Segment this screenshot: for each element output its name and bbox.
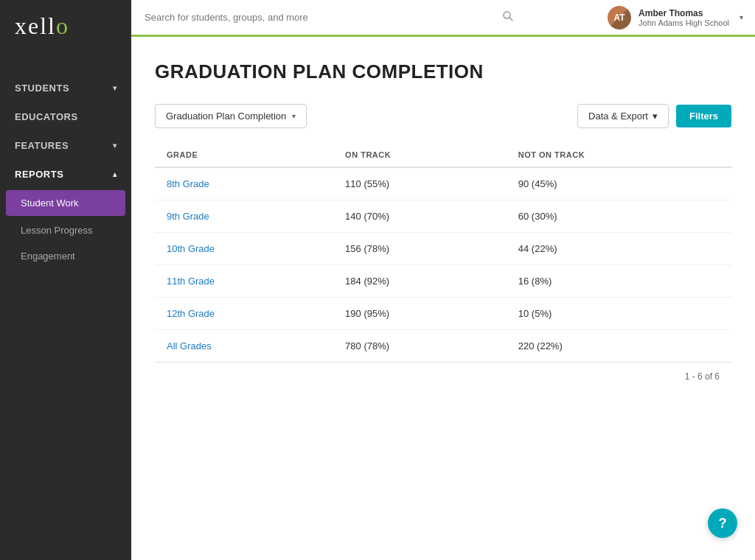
report-table: GRADE ON TRACK NOT ON TRACK 8th Grade110…	[155, 143, 731, 362]
page-title: GRADUATION PLAN COMPLETION	[155, 60, 731, 83]
sidebar-item-student-work[interactable]: Student Work	[6, 190, 125, 216]
table-cell-on-track: 110 (55%)	[333, 167, 507, 200]
table-cell-on-track: 190 (95%)	[333, 298, 507, 330]
table-cell-grade: All Grades	[155, 330, 333, 363]
column-header-grade: GRADE	[155, 143, 333, 167]
help-button[interactable]: ?	[708, 508, 737, 538]
table-body: 8th Grade110 (55%)90 (45%)9th Grade140 (…	[155, 167, 731, 362]
grade-link[interactable]: 8th Grade	[167, 178, 209, 189]
sidebar-subnav-reports: Student Work Lesson Progress Engagement	[0, 190, 131, 269]
user-info: AT Amber Thomas John Adams High School ▾	[608, 6, 743, 29]
search-input-wrapper	[145, 11, 513, 24]
table-header: GRADE ON TRACK NOT ON TRACK	[155, 143, 731, 167]
table-cell-on-track: 184 (92%)	[333, 265, 507, 298]
svg-line-1	[509, 17, 512, 20]
sidebar-navigation: STUDENTS ▾ EDUCATORS feaTuRES ▾ REPORTS …	[0, 74, 131, 269]
chevron-down-icon: ▾	[113, 84, 117, 92]
data-export-button[interactable]: Data & Export ▾	[577, 104, 669, 128]
sidebar-item-students[interactable]: STUDENTS ▾	[0, 74, 131, 102]
chevron-down-icon: ▾	[653, 111, 658, 122]
grade-link[interactable]: 9th Grade	[167, 211, 209, 222]
table-cell-grade: 12th Grade	[155, 298, 333, 330]
table-cell-grade: 10th Grade	[155, 233, 333, 265]
table-cell-not-on-track: 90 (45%)	[507, 167, 731, 200]
chevron-up-icon: ▴	[113, 170, 117, 178]
sidebar-item-lesson-progress[interactable]: Lesson Progress	[0, 217, 131, 243]
search-input[interactable]	[145, 12, 497, 23]
chevron-down-icon: ▾	[292, 112, 296, 120]
sidebar-logo: xello	[0, 0, 131, 52]
sidebar-item-educators[interactable]: EDUCATORS	[0, 102, 131, 131]
logo-dot: o	[56, 13, 69, 39]
table-row: 9th Grade140 (70%)60 (30%)	[155, 200, 731, 233]
sidebar: xello STUDENTS ▾ EDUCATORS feaTuRES ▾ RE…	[0, 0, 131, 560]
column-header-not-on-track: NOT ON TRACK	[507, 143, 731, 167]
table-cell-grade: 11th Grade	[155, 265, 333, 298]
grade-link[interactable]: 12th Grade	[167, 308, 215, 319]
table-row: 11th Grade184 (92%)16 (8%)	[155, 265, 731, 298]
table-row: All Grades780 (78%)220 (22%)	[155, 330, 731, 363]
table-row: 10th Grade156 (78%)44 (22%)	[155, 233, 731, 265]
table-row: 12th Grade190 (95%)10 (5%)	[155, 298, 731, 330]
main-content: GRADUATION PLAN COMPLETION Graduation Pl…	[131, 37, 755, 560]
table-cell-grade: 9th Grade	[155, 200, 333, 233]
logo[interactable]: xello	[15, 13, 69, 40]
search-icon	[503, 11, 513, 24]
table-cell-grade: 8th Grade	[155, 167, 333, 200]
table-cell-on-track: 140 (70%)	[333, 200, 507, 233]
sidebar-item-reports[interactable]: REPORTS ▴	[0, 160, 131, 189]
user-menu-chevron-icon[interactable]: ▾	[740, 13, 743, 21]
grade-link[interactable]: All Grades	[167, 340, 212, 351]
table-cell-not-on-track: 60 (30%)	[507, 200, 731, 233]
table-row: 8th Grade110 (55%)90 (45%)	[155, 167, 731, 200]
report-type-dropdown[interactable]: Graduation Plan Completion ▾	[155, 104, 307, 128]
toolbar-right: Data & Export ▾ Filters	[577, 104, 731, 128]
table-cell-on-track: 156 (78%)	[333, 233, 507, 265]
grade-link[interactable]: 11th Grade	[167, 276, 215, 287]
table-cell-not-on-track: 220 (22%)	[507, 330, 731, 363]
user-details: Amber Thomas John Adams High School	[639, 8, 729, 27]
toolbar: Graduation Plan Completion ▾ Data & Expo…	[155, 104, 731, 128]
sidebar-item-features[interactable]: feaTuRES ▾	[0, 131, 131, 160]
table-cell-on-track: 780 (78%)	[333, 330, 507, 363]
search-bar	[145, 11, 608, 24]
user-school: John Adams High School	[639, 18, 729, 27]
chevron-down-icon: ▾	[113, 141, 117, 150]
table-cell-not-on-track: 10 (5%)	[507, 298, 731, 330]
filters-button[interactable]: Filters	[676, 105, 731, 127]
pagination: 1 - 6 of 6	[155, 362, 731, 391]
sidebar-item-engagement[interactable]: Engagement	[0, 243, 131, 269]
grade-link[interactable]: 10th Grade	[167, 243, 215, 254]
user-name: Amber Thomas	[639, 8, 729, 18]
column-header-on-track: ON TRACK	[333, 143, 507, 167]
table-cell-not-on-track: 16 (8%)	[507, 265, 731, 298]
table-cell-not-on-track: 44 (22%)	[507, 233, 731, 265]
avatar: AT	[608, 6, 631, 29]
